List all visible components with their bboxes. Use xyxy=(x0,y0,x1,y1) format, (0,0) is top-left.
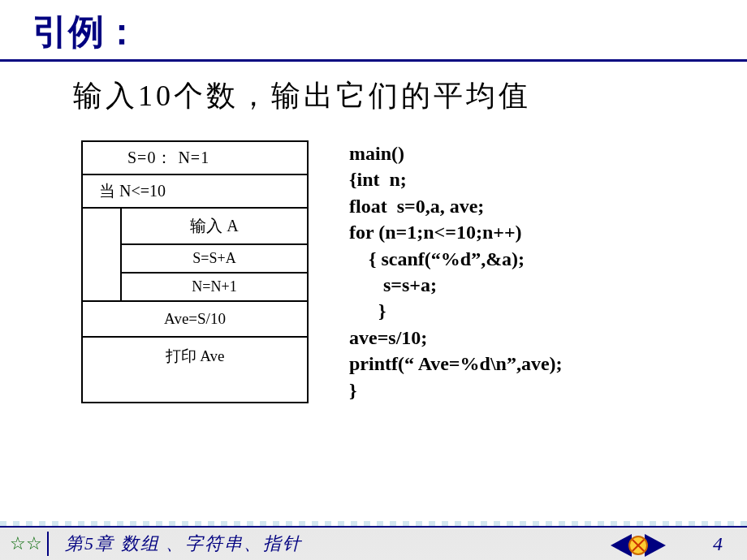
fc-step-input: 输入 A xyxy=(122,209,307,245)
ns-flowchart: S=0： N=1 当 N<=10 输入 A S=S+A N=N+1 Ave=S/… xyxy=(81,140,309,403)
footer-stars-icon: ☆☆ xyxy=(0,533,47,554)
code-block: main() {int n; float s=0,a, ave; for (n=… xyxy=(349,140,563,403)
chapter-label: 第5章 数组 、字符串、指针 xyxy=(47,532,318,556)
fc-print: 打印 Ave xyxy=(83,338,307,375)
page-number: 4 xyxy=(713,533,723,555)
fc-condition: 当 N<=10 xyxy=(83,175,307,209)
slide-title: 引例： xyxy=(32,8,747,56)
slide-footer: ☆☆ 第5章 数组 、字符串、指针 4 xyxy=(0,526,747,560)
nav-control[interactable] xyxy=(611,534,666,557)
fc-loop-body: 输入 A S=S+A N=N+1 xyxy=(122,209,307,300)
fc-step-sum: S=S+A xyxy=(122,245,307,274)
slide-subtitle: 输入10个数，输出它们的平均值 xyxy=(0,62,747,140)
nav-stop-icon xyxy=(628,536,648,555)
fc-loop: 输入 A S=S+A N=N+1 xyxy=(83,209,307,302)
content-area: S=0： N=1 当 N<=10 输入 A S=S+A N=N+1 Ave=S/… xyxy=(0,140,747,403)
fc-loop-gutter xyxy=(83,209,122,300)
fc-average: Ave=S/10 xyxy=(83,302,307,338)
fc-init: S=0： N=1 xyxy=(83,142,307,175)
footer-stripe xyxy=(0,521,747,526)
slide-header: 引例： xyxy=(0,0,747,59)
fc-step-inc: N=N+1 xyxy=(122,274,307,300)
